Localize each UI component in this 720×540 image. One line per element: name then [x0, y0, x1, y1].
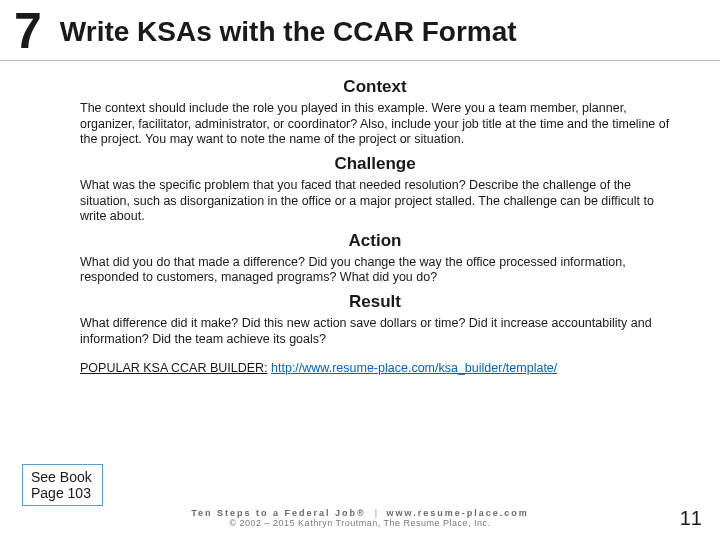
book-reference-box: See Book Page 103 [22, 464, 103, 506]
footer-brand-url: www.resume-place.com [387, 508, 529, 518]
builder-link-url[interactable]: http://www.resume-place.com/ksa_builder/… [271, 361, 557, 375]
section-heading-challenge: Challenge [80, 154, 670, 174]
builder-link-label: POPULAR KSA CCAR BUILDER: [80, 361, 268, 375]
footer-brand-name: Ten Steps to a Federal Job® [191, 508, 366, 518]
slide-content: Context The context should include the r… [0, 61, 720, 375]
section-body-action: What did you do that made a difference? … [80, 255, 670, 286]
step-number: 7 [0, 6, 60, 56]
section-body-context: The context should include the role you … [80, 101, 670, 148]
footer-brand: Ten Steps to a Federal Job® | www.resume… [191, 508, 529, 528]
footer-copyright: © 2002 – 2015 Kathryn Troutman, The Resu… [191, 518, 529, 528]
section-heading-context: Context [80, 77, 670, 97]
footer-separator: | [375, 508, 378, 518]
slide-title: Write KSAs with the CCAR Format [60, 16, 517, 48]
book-reference-line1: See Book [31, 469, 92, 485]
section-heading-result: Result [80, 292, 670, 312]
page-number: 11 [680, 507, 702, 530]
section-body-challenge: What was the specific problem that you f… [80, 178, 670, 225]
builder-link-line: POPULAR KSA CCAR BUILDER: http://www.res… [80, 361, 670, 375]
slide-header: 7 Write KSAs with the CCAR Format [0, 0, 720, 61]
section-heading-action: Action [80, 231, 670, 251]
book-reference-line2: Page 103 [31, 485, 92, 501]
section-body-result: What difference did it make? Did this ne… [80, 316, 670, 347]
